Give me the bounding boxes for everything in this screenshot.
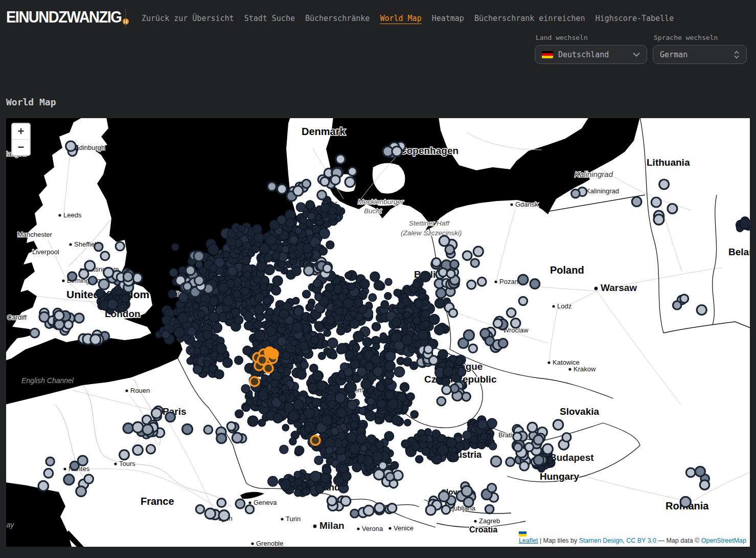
map-marker[interactable] xyxy=(210,264,218,272)
map-marker[interactable] xyxy=(99,279,109,289)
map-marker[interactable] xyxy=(236,231,243,238)
map-marker[interactable] xyxy=(434,325,445,335)
map-marker[interactable] xyxy=(571,189,580,198)
map-marker[interactable] xyxy=(169,269,177,277)
map-marker[interactable] xyxy=(429,356,438,365)
map-marker[interactable] xyxy=(258,390,268,400)
map-marker[interactable] xyxy=(697,305,706,315)
map-marker[interactable] xyxy=(307,303,314,309)
map-marker[interactable] xyxy=(288,411,299,421)
map-marker[interactable] xyxy=(700,480,709,489)
map-marker[interactable] xyxy=(442,505,450,514)
map-marker[interactable] xyxy=(401,440,409,448)
map-marker[interactable] xyxy=(320,204,330,213)
map-marker[interactable] xyxy=(360,445,367,452)
map-marker[interactable] xyxy=(520,461,529,471)
map-marker[interactable] xyxy=(345,451,352,457)
map-marker[interactable] xyxy=(44,468,53,478)
map-marker[interactable] xyxy=(174,327,185,338)
map-marker[interactable] xyxy=(199,267,207,275)
map-marker[interactable] xyxy=(410,411,418,418)
map-marker[interactable] xyxy=(302,180,310,188)
map-marker[interactable] xyxy=(228,266,238,276)
map-marker[interactable] xyxy=(243,404,250,411)
map-marker[interactable] xyxy=(445,245,454,254)
map-marker[interactable] xyxy=(388,399,399,410)
map-marker[interactable] xyxy=(352,344,360,351)
map-marker[interactable] xyxy=(88,277,97,285)
country-select[interactable]: Deutschland xyxy=(535,45,647,64)
map-marker[interactable] xyxy=(413,317,420,324)
map-marker-highlighted[interactable] xyxy=(258,355,267,365)
map-marker[interactable] xyxy=(319,247,327,255)
map-marker[interactable] xyxy=(217,434,226,443)
map-marker[interactable] xyxy=(343,298,353,308)
map-marker[interactable] xyxy=(324,329,331,337)
map-marker[interactable] xyxy=(263,297,271,304)
map-marker[interactable] xyxy=(195,276,204,285)
map-marker[interactable] xyxy=(120,450,129,460)
map-marker[interactable] xyxy=(162,315,172,325)
map-marker[interactable] xyxy=(225,312,233,319)
map-marker[interactable] xyxy=(357,353,363,360)
map-marker[interactable] xyxy=(337,326,346,335)
map-marker[interactable] xyxy=(286,218,294,227)
map-marker[interactable] xyxy=(404,419,411,426)
map-marker[interactable] xyxy=(422,321,430,328)
map-marker[interactable] xyxy=(172,243,179,251)
map-marker[interactable] xyxy=(260,243,270,254)
map-marker[interactable] xyxy=(345,177,355,187)
map-marker[interactable] xyxy=(46,457,54,465)
map-marker[interactable] xyxy=(299,341,308,350)
map-marker[interactable] xyxy=(469,344,477,352)
map-marker[interactable] xyxy=(336,154,345,164)
map-marker[interactable] xyxy=(166,412,175,422)
map-marker[interactable] xyxy=(377,384,385,392)
map-marker[interactable] xyxy=(422,310,430,318)
map-marker[interactable] xyxy=(304,425,311,432)
map-marker[interactable] xyxy=(68,272,77,281)
map-marker[interactable] xyxy=(348,167,357,176)
map-marker-highlighted[interactable] xyxy=(264,364,273,373)
map-marker[interactable] xyxy=(506,458,515,466)
map-marker[interactable] xyxy=(385,278,392,285)
map-marker[interactable] xyxy=(326,447,333,454)
map-marker[interactable] xyxy=(151,408,161,418)
map-marker[interactable] xyxy=(680,497,691,507)
nav-link-b-cherschr-nke[interactable]: Bücherschränke xyxy=(305,14,370,23)
map-marker[interactable] xyxy=(318,352,326,360)
map-marker[interactable] xyxy=(116,242,124,251)
map-marker[interactable] xyxy=(491,456,501,466)
map-marker[interactable] xyxy=(464,330,474,340)
map-marker[interactable] xyxy=(255,305,264,315)
map-marker[interactable] xyxy=(306,200,314,209)
map-marker[interactable] xyxy=(227,422,236,431)
map-marker[interactable] xyxy=(543,444,553,454)
map-marker[interactable] xyxy=(253,225,262,234)
map-marker[interactable] xyxy=(193,348,201,355)
map-marker[interactable] xyxy=(373,451,383,461)
map-marker[interactable] xyxy=(301,361,308,369)
map-marker[interactable] xyxy=(507,308,516,318)
map-marker[interactable] xyxy=(436,288,446,298)
map-marker[interactable] xyxy=(438,349,448,359)
map-marker[interactable] xyxy=(292,297,300,304)
map-marker[interactable] xyxy=(392,146,402,156)
map-marker[interactable] xyxy=(271,380,279,387)
map-marker-highlighted[interactable] xyxy=(311,436,320,445)
map-marker[interactable] xyxy=(443,366,453,376)
map-marker[interactable] xyxy=(234,316,243,325)
map-marker[interactable] xyxy=(371,355,381,365)
map-marker[interactable] xyxy=(78,456,87,465)
map-marker[interactable] xyxy=(740,218,750,229)
map-marker[interactable] xyxy=(362,338,372,347)
map-marker[interactable] xyxy=(394,341,404,350)
map-marker[interactable] xyxy=(75,314,84,323)
map-marker[interactable] xyxy=(296,203,306,212)
map-marker[interactable] xyxy=(355,299,362,306)
map-marker[interactable] xyxy=(411,442,420,451)
map-marker[interactable] xyxy=(372,322,381,331)
map-marker[interactable] xyxy=(435,298,445,308)
map-marker[interactable] xyxy=(236,499,245,508)
map-marker[interactable] xyxy=(375,417,382,424)
